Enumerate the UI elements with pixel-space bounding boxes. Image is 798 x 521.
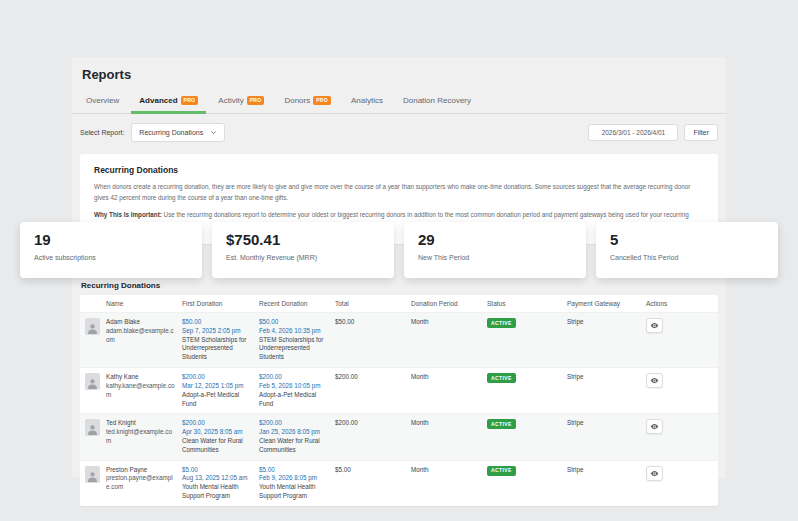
- first-donation-amount-link[interactable]: $50.00: [182, 318, 253, 327]
- avatar: [85, 373, 100, 390]
- column-header-recent-donation: Recent Donation: [259, 300, 335, 307]
- first-donation-amount-link[interactable]: $5.00: [182, 466, 253, 475]
- recent-donation-amount-link[interactable]: $200.00: [259, 419, 329, 428]
- table-body: Adam Blake adam.blake@example.com $50.00…: [80, 312, 718, 506]
- donation-period: Month: [411, 419, 487, 428]
- donor-email: preston.payne@example.com: [106, 474, 176, 492]
- total-amount: $200.00: [335, 373, 411, 382]
- status-badge: ACTIVE: [487, 419, 516, 429]
- column-header-actions: Actions: [646, 300, 718, 307]
- stat-label: Active subscriptions: [34, 254, 188, 261]
- donation-period: Month: [411, 466, 487, 475]
- stat-value: $750.41: [226, 231, 380, 248]
- payment-gateway: Stripe: [567, 466, 646, 475]
- tab-donors[interactable]: Donors PRO: [274, 90, 341, 113]
- table-row: Adam Blake adam.blake@example.com $50.00…: [80, 312, 718, 367]
- recent-donation-date-link[interactable]: Feb 5, 2026 10:05 pm: [259, 382, 329, 391]
- first-donation-date-link[interactable]: Sep 7, 2025 2:05 pm: [182, 327, 253, 336]
- donor-name: Adam Blake: [106, 318, 176, 327]
- table-row: Preston Payne preston.payne@example.com …: [80, 460, 718, 506]
- tab-label: Donors: [284, 96, 310, 105]
- first-donation-date-link[interactable]: Apr 30, 2025 8:05 am: [182, 428, 253, 437]
- total-amount: $50.00: [335, 318, 411, 327]
- column-header-first-donation: First Donation: [182, 300, 259, 307]
- stat-value: 5: [610, 231, 764, 248]
- table-heading: Recurring Donations: [81, 281, 718, 290]
- view-subscription-button[interactable]: [646, 466, 663, 481]
- column-header-spacer: [80, 300, 106, 307]
- avatar: [85, 466, 100, 483]
- eye-icon: [650, 376, 659, 385]
- payment-gateway: Stripe: [567, 419, 646, 428]
- first-donation-campaign: Youth Mental Health Support Program: [182, 483, 253, 501]
- first-donation-campaign: STEM Scholarships for Underrepresented S…: [182, 336, 253, 362]
- tab-analytics[interactable]: Analytics: [341, 90, 393, 113]
- recurring-donations-table: Name First Donation Recent Donation Tota…: [80, 295, 718, 506]
- column-header-status: Status: [487, 300, 567, 307]
- report-select[interactable]: Recurring Donations: [131, 123, 225, 142]
- payment-gateway: Stripe: [567, 373, 646, 382]
- filter-button[interactable]: Filter: [684, 124, 718, 141]
- stat-label: Est. Monthly Revenue (MRR): [226, 254, 380, 261]
- eye-icon: [650, 469, 659, 478]
- view-subscription-button[interactable]: [646, 419, 663, 434]
- tab-activity[interactable]: Activity PRO: [208, 90, 274, 113]
- view-subscription-button[interactable]: [646, 318, 663, 333]
- status-badge: ACTIVE: [487, 318, 516, 328]
- reports-page: { "page": { "title": "Reports" }, "pro_b…: [0, 0, 798, 521]
- tab-label: Donation Recovery: [403, 96, 471, 105]
- status-badge: ACTIVE: [487, 373, 516, 383]
- stat-cards-row: 19 Active subscriptions $750.41 Est. Mon…: [20, 222, 778, 278]
- status-badge: ACTIVE: [487, 466, 516, 476]
- eye-icon: [650, 321, 659, 330]
- first-donation-campaign: Clean Water for Rural Communities: [182, 437, 253, 455]
- person-icon: [86, 322, 99, 335]
- column-header-donation-period: Donation Period: [411, 300, 487, 307]
- person-icon: [86, 470, 99, 483]
- donor-name: Preston Payne: [106, 466, 176, 475]
- tab-advanced[interactable]: Advanced PRO: [129, 90, 208, 113]
- total-amount: $5.00: [335, 466, 411, 475]
- table-row: Kathy Kane kathy.kane@example.com $200.0…: [80, 367, 718, 413]
- recurring-donations-section: Recurring Donations Name First Donation …: [80, 281, 718, 506]
- tab-donation-recovery[interactable]: Donation Recovery: [393, 90, 481, 113]
- avatar: [85, 318, 100, 335]
- total-amount: $200.00: [335, 419, 411, 428]
- recent-donation-amount-link[interactable]: $200.00: [259, 373, 329, 382]
- first-donation-campaign: Adopt-a-Pet Medical Fund: [182, 391, 253, 409]
- donor-name: Ted Knight: [106, 419, 176, 428]
- date-range-input[interactable]: [588, 124, 678, 141]
- recent-donation-date-link[interactable]: Jan 25, 2026 8:05 pm: [259, 428, 329, 437]
- description-lead: Why This Is Important:: [94, 211, 162, 218]
- tab-label: Activity: [218, 96, 243, 105]
- first-donation-amount-link[interactable]: $200.00: [182, 373, 253, 382]
- payment-gateway: Stripe: [567, 318, 646, 327]
- pro-badge: PRO: [181, 96, 199, 105]
- tab-overview[interactable]: Overview: [76, 90, 129, 113]
- description-heading: Recurring Donations: [94, 165, 704, 175]
- recent-donation-campaign: Youth Mental Health Support Program: [259, 483, 329, 501]
- avatar: [85, 419, 100, 436]
- first-donation-date-link[interactable]: Mar 12, 2025 1:05 pm: [182, 382, 253, 391]
- stat-value: 29: [418, 231, 572, 248]
- recent-donation-date-link[interactable]: Feb 9, 2026 8:05 pm: [259, 474, 329, 483]
- chevron-down-icon: [210, 129, 217, 136]
- recent-donation-amount-link[interactable]: $50.00: [259, 318, 329, 327]
- report-select-value: Recurring Donations: [139, 129, 203, 136]
- recent-donation-date-link[interactable]: Feb 4, 2026 10:35 pm: [259, 327, 329, 336]
- person-icon: [86, 377, 99, 390]
- first-donation-amount-link[interactable]: $200.00: [182, 419, 253, 428]
- person-icon: [86, 423, 99, 436]
- table-row: Ted Knight ted.knight@example.com $200.0…: [80, 413, 718, 459]
- column-header-total: Total: [335, 300, 411, 307]
- first-donation-date-link[interactable]: Aug 13, 2025 12:05 am: [182, 474, 253, 483]
- donation-period: Month: [411, 373, 487, 382]
- recent-donation-campaign: Clean Water for Rural Communities: [259, 437, 329, 455]
- recent-donation-amount-link[interactable]: $5.00: [259, 466, 329, 475]
- tab-label: Overview: [86, 96, 119, 105]
- stat-card: $750.41 Est. Monthly Revenue (MRR): [212, 222, 394, 278]
- column-header-name: Name: [106, 300, 182, 307]
- view-subscription-button[interactable]: [646, 373, 663, 388]
- date-filter-group: Filter: [588, 124, 718, 141]
- tab-label: Advanced: [139, 96, 177, 105]
